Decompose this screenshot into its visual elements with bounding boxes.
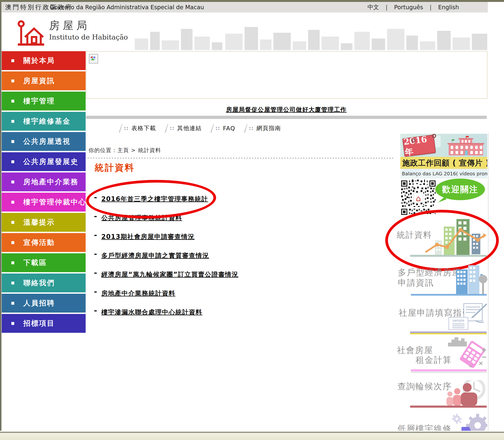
guide-baseline-purple bbox=[410, 331, 487, 333]
dash-bullet: - bbox=[94, 270, 97, 275]
breadcrumb-current: 統計資料 bbox=[138, 147, 161, 153]
lang-chinese-link[interactable]: 中文 bbox=[368, 3, 379, 11]
sidebar-nav: 關於本局 房屋資訊 樓宇管理 樓宇維修基金 公共房屋透視 公共房屋發展史 房地產… bbox=[2, 51, 86, 334]
gears-icon bbox=[450, 413, 487, 432]
bullet-square-icon bbox=[11, 322, 14, 325]
banner-multi-family-line1[interactable]: 多戶型經濟房屋 bbox=[398, 267, 461, 278]
window-frame-top bbox=[0, 0, 504, 2]
lang-english-link[interactable]: English bbox=[438, 4, 459, 11]
stats-link-public-housing[interactable]: 公共房屋管理事務統計資料 bbox=[101, 214, 182, 222]
dash-bullet: - bbox=[94, 251, 97, 256]
list-item: -2013期社會房屋申請審查情況 bbox=[94, 233, 238, 240]
secondary-nav: ::表格下載 ::其他連結 ::FAQ ::網頁指南 bbox=[120, 123, 281, 134]
nav-faq[interactable]: ::FAQ bbox=[212, 124, 235, 133]
colon-marker: :: bbox=[170, 125, 175, 131]
stats-link-building-mgmt-2016[interactable]: 2016年首三季之樓宇管理事務統計 bbox=[101, 195, 208, 204]
nav-forms-download[interactable]: ::表格下載 bbox=[120, 124, 156, 133]
multi-family-baseline bbox=[411, 294, 487, 296]
sidebar-item-repair-fund[interactable]: 樓宇維修基金 bbox=[2, 112, 86, 131]
org-name-zh: 房屋局 bbox=[49, 18, 90, 33]
svg-text:×: × bbox=[479, 359, 483, 367]
stats-link-multi-family-review[interactable]: 多戶型經濟房屋申請之實質審查情況 bbox=[101, 251, 209, 260]
colon-marker: :: bbox=[124, 125, 129, 131]
list-item: -2016年首三季之樓宇管理事務統計 bbox=[94, 195, 238, 203]
year-2016-sign: 2016年 bbox=[402, 135, 436, 157]
calculator-icon: +−×÷ bbox=[447, 335, 487, 369]
bullet-square-icon bbox=[11, 160, 14, 163]
bullet-square-icon bbox=[11, 302, 14, 305]
lag-title-band: 施政工作回顧 ( 宣傳片 ) bbox=[400, 157, 487, 169]
sidebar-item-building-mgmt[interactable]: 樓宇管理 bbox=[2, 92, 86, 110]
gov-top-bar: 澳門特別行政區政府 Governo da Região Administrati… bbox=[2, 2, 488, 13]
window-status-bar bbox=[0, 433, 504, 440]
rent-baseline-pink bbox=[411, 369, 487, 371]
bullet-square-icon bbox=[11, 140, 14, 143]
sidebar-item-public-housing[interactable]: 公共房屋透視 bbox=[2, 132, 86, 151]
list-item: -多戶型經濟房屋申請之實質審查情況 bbox=[94, 251, 238, 259]
sidebar-item-about[interactable]: 關於本局 bbox=[2, 51, 86, 70]
stats-link-water-seepage[interactable]: 樓宇滲漏水聯合處理中心統計資料 bbox=[101, 308, 203, 317]
breadcrumb-home-link[interactable]: 主頁 bbox=[117, 147, 129, 153]
diagonal-separator bbox=[165, 124, 169, 133]
rent-baseline-gray bbox=[411, 372, 487, 373]
sidebar-item-housing-history[interactable]: 公共房屋發展史 bbox=[2, 152, 86, 171]
statistics-link-list: -2016年首三季之樓宇管理事務統計 -公共房屋管理事務統計資料 -2013期社… bbox=[94, 195, 238, 327]
government-palace-icon bbox=[446, 135, 486, 157]
announcement-link[interactable]: 房屋局督促公屋管理公司做好大廈管理工作 bbox=[226, 106, 347, 113]
lang-portuguese-link[interactable]: Português bbox=[394, 4, 423, 11]
sidebar-item-housing-info[interactable]: 房屋資訊 bbox=[2, 71, 86, 90]
city-skyline-decoration bbox=[135, 21, 487, 50]
dash-bullet: - bbox=[94, 289, 97, 294]
stats-link-realestate-agency[interactable]: 房地產中介業務統計資料 bbox=[101, 289, 176, 298]
page-title: 統計資料 bbox=[95, 162, 135, 174]
sidebar-item-downloads[interactable]: 下載區 bbox=[2, 253, 86, 272]
sidebar-item-tenders[interactable]: 招標項目 bbox=[2, 314, 86, 333]
sidebar-item-promotions[interactable]: 宣傳活動 bbox=[2, 233, 86, 252]
qr-code: ⌂ bbox=[400, 179, 436, 216]
bullet-square-icon bbox=[11, 59, 14, 62]
sidebar-item-recruitment[interactable]: 人員招聘 bbox=[2, 294, 86, 313]
list-item: -公共房屋管理事務統計資料 bbox=[94, 214, 238, 221]
broken-image-icon bbox=[89, 54, 98, 64]
org-name-pt: Instituto de Habitação bbox=[49, 33, 128, 41]
dash-bullet: - bbox=[94, 214, 97, 219]
page: 澳門特別行政區政府 Governo da Região Administrati… bbox=[0, 0, 504, 440]
lang-separator: | bbox=[386, 4, 388, 11]
banner-multi-family-line2[interactable]: 申請資訊 bbox=[398, 277, 434, 289]
diagonal-separator bbox=[244, 124, 248, 133]
waiting-queue-people-icon bbox=[443, 380, 487, 407]
diagonal-separator bbox=[210, 124, 214, 133]
nav-site-guide[interactable]: ::網頁指南 bbox=[245, 124, 281, 133]
bullet-square-icon bbox=[11, 241, 14, 244]
bullet-square-icon bbox=[11, 180, 14, 183]
sidebar-item-tips[interactable]: 溫馨提示 bbox=[2, 213, 86, 232]
form-filling-icon: sample bbox=[447, 303, 488, 330]
bullet-square-icon bbox=[11, 201, 14, 204]
blue-buildings-icon bbox=[454, 265, 487, 294]
sidebar-item-realestate-agency[interactable]: 房地產中介業務 bbox=[2, 172, 86, 191]
divider-bar bbox=[86, 116, 487, 119]
bubble-tail bbox=[438, 197, 447, 203]
welcome-follow-bubble: 歡迎關注 bbox=[435, 179, 485, 200]
right-column-border bbox=[488, 133, 489, 432]
svg-text:÷: ÷ bbox=[469, 363, 472, 369]
breadcrumb: 你的位置：主頁 > 統計資料 bbox=[89, 147, 161, 154]
lag-subtitle: Balanço das LAG 2016( vídeos promocionai… bbox=[400, 169, 487, 179]
stats-link-social-housing-2013[interactable]: 2013期社會房屋申請審查情況 bbox=[101, 233, 195, 241]
qr-center-house-icon: ⌂ bbox=[416, 194, 421, 203]
nav-other-links[interactable]: ::其他連結 bbox=[166, 124, 202, 133]
stats-link-economic-housing-deed[interactable]: 經濟房屋“萬九輪候家團”訂立買賣公證書情況 bbox=[101, 270, 238, 279]
queue-baseline bbox=[410, 406, 487, 408]
banner-placeholder-box bbox=[86, 51, 488, 99]
guide-baseline-yellow bbox=[410, 333, 487, 334]
bullet-square-icon bbox=[11, 100, 14, 103]
bullet-square-icon bbox=[11, 120, 14, 123]
sidebar-item-arbitration-center[interactable]: 樓宇管理仲裁中心 bbox=[2, 193, 86, 212]
list-item: -房地產中介業務統計資料 bbox=[94, 289, 238, 297]
sidebar-item-contact[interactable]: 聯絡我們 bbox=[2, 274, 86, 292]
window-frame-left bbox=[0, 2, 2, 432]
svg-text:sample: sample bbox=[452, 318, 464, 322]
announcement-link-wrap: 房屋局督促公屋管理公司做好大廈管理工作 bbox=[86, 106, 487, 114]
dotted-divider bbox=[88, 157, 394, 159]
lag-2016-banner[interactable]: 2016年 施政工作回顧 ( 宣傳片 ) Balanço das LAG 201… bbox=[400, 134, 487, 179]
